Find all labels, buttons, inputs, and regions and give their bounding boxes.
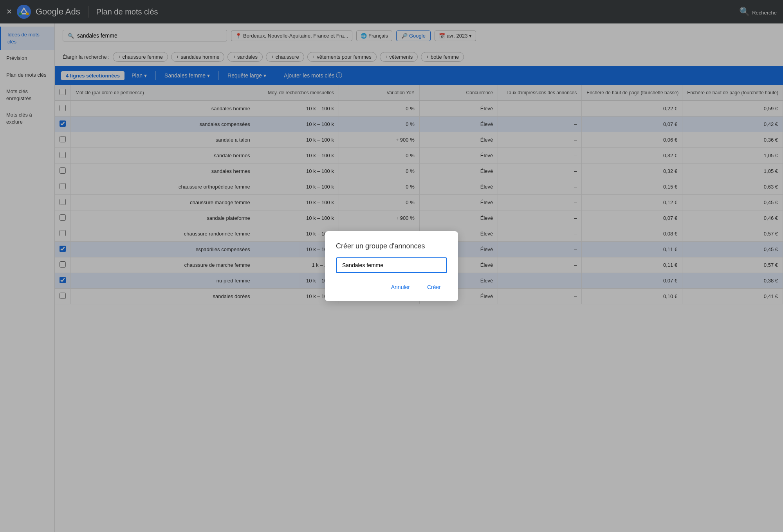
cancel-button[interactable]: Annuler: [385, 281, 416, 293]
create-button[interactable]: Créer: [421, 281, 447, 293]
dialog-overlay: Créer un groupe d'annonces Annuler Créer: [0, 0, 783, 532]
dialog-title: Créer un groupe d'annonces: [336, 242, 447, 250]
dialog-actions: Annuler Créer: [336, 281, 447, 293]
create-ad-group-dialog: Créer un groupe d'annonces Annuler Créer: [325, 231, 458, 301]
dialog-input[interactable]: [336, 257, 447, 273]
